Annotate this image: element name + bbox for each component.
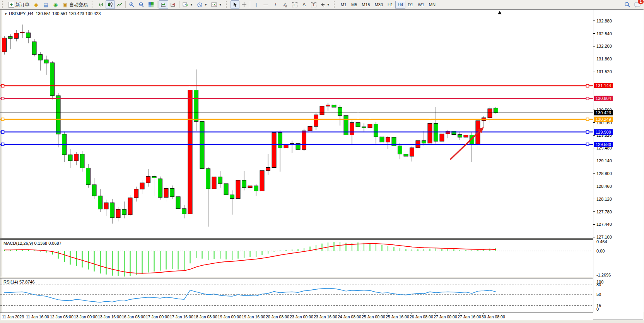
panel-splitter[interactable]	[0, 238, 593, 240]
tile-windows-button[interactable]	[146, 0, 156, 9]
macd-signal-line	[4, 244, 496, 273]
new-order-button[interactable]: + 新订单	[7, 0, 31, 9]
periods-button[interactable]: ▼	[195, 0, 209, 9]
crosshair-tool-button[interactable]	[239, 0, 249, 9]
candle-body	[272, 133, 276, 168]
line-handle[interactable]	[2, 97, 4, 100]
macd-panel-canvas[interactable]	[0, 240, 593, 277]
fibonacci-icon: F	[292, 2, 297, 7]
time-axis-label: 13 Jan 00:00	[74, 314, 97, 319]
line-handle[interactable]	[2, 143, 4, 146]
chart-title-row[interactable]: ▼USDJPY-,H4 130.551 130.551 130.423 130.…	[4, 11, 101, 16]
market-watch-icon: ▤	[43, 2, 49, 8]
candle-body	[308, 126, 312, 131]
candle-body	[242, 180, 246, 187]
toolbar-drag-handle[interactable]	[92, 1, 95, 8]
data-window-icon: ◉	[53, 2, 58, 8]
candle-body	[218, 177, 222, 184]
candle-body	[104, 203, 108, 209]
price-tick-label: 128.460	[596, 184, 612, 189]
horizontal-line-tool-button[interactable]: —	[261, 0, 271, 9]
zoom-in-button[interactable]	[127, 0, 137, 9]
candle-body	[152, 177, 156, 178]
label-tool-button[interactable]: T	[309, 0, 318, 9]
notifications-button[interactable]: 1	[634, 2, 641, 7]
candle-body	[278, 133, 282, 148]
tab-timeframe-h4[interactable]: H4	[395, 1, 405, 9]
candle-body	[134, 189, 138, 198]
time-axis-label: 13 Jan 16:00	[98, 314, 121, 319]
tab-timeframe-w1[interactable]: W1	[415, 1, 427, 9]
time-axis-label: 11 Jan 2023	[2, 314, 24, 319]
panel-splitter[interactable]	[0, 277, 593, 278]
new-order-icon: +	[9, 2, 14, 8]
auto-scroll-button[interactable]	[159, 0, 168, 9]
candle-body	[236, 180, 240, 198]
tab-timeframe-m30[interactable]: M30	[372, 1, 385, 9]
tab-timeframe-m15[interactable]: M15	[359, 1, 372, 9]
candlestick-chart-button[interactable]	[106, 0, 115, 9]
autotrading-button[interactable]: ▣ 自动交易	[60, 0, 90, 9]
time-axis-tick	[460, 313, 460, 314]
tab-timeframe-h1[interactable]: H1	[385, 1, 395, 9]
templates-button[interactable]: ▼	[209, 0, 224, 9]
line-handle[interactable]	[2, 118, 4, 120]
search-button[interactable]	[624, 2, 630, 8]
data-window-button[interactable]: ◉	[51, 0, 60, 9]
line-handle[interactable]	[586, 131, 589, 133]
line-handle[interactable]	[586, 143, 589, 146]
candle-body	[68, 155, 72, 161]
fibonacci-tool-button[interactable]: F	[290, 0, 299, 9]
candlestick-chart-icon	[108, 2, 113, 7]
time-axis-tick	[412, 313, 412, 314]
line-handle[interactable]	[2, 84, 4, 87]
vertical-line-tool-button[interactable]: |	[251, 0, 261, 9]
price-axis[interactable]: 132.880132.540132.200131.860131.520130.5…	[593, 10, 644, 312]
status-strip	[0, 320, 644, 323]
vertical-line-icon: |	[253, 2, 259, 8]
time-axis-label: 20 Jan 08:00	[266, 314, 289, 319]
tab-timeframe-mn[interactable]: MN	[427, 1, 438, 9]
chart-dropdown-icon[interactable]: ▼	[4, 12, 7, 16]
bar-chart-icon	[98, 2, 104, 7]
channel-tool-button[interactable]: ⫽E	[280, 0, 290, 9]
profiles-button[interactable]: ◆	[31, 0, 41, 9]
trendline-tool-button[interactable]: /	[271, 0, 280, 9]
candle-body	[374, 124, 378, 137]
candle-body	[26, 33, 31, 38]
time-axis-label: 23 Jan 00:00	[290, 314, 313, 319]
line-handle[interactable]	[586, 118, 589, 120]
line-handle[interactable]	[586, 97, 589, 100]
time-axis-tick	[148, 313, 148, 314]
candle-body	[386, 137, 390, 142]
cursor-tool-button[interactable]	[231, 0, 239, 9]
tab-timeframe-d1[interactable]: D1	[405, 1, 415, 9]
equidistant-channel-icon: ⫽E	[282, 2, 288, 8]
arrows-tool-button[interactable]: ▼	[318, 0, 332, 9]
line-handle[interactable]	[586, 84, 589, 87]
crosshair-icon	[241, 2, 247, 7]
candle-body	[200, 122, 204, 169]
price-chart-canvas[interactable]	[0, 10, 593, 238]
line-chart-button[interactable]	[115, 0, 124, 9]
toolbar-drag-handle[interactable]	[226, 1, 229, 8]
time-axis-tick	[244, 313, 244, 314]
toolbar-drag-handle[interactable]	[334, 1, 337, 8]
price-badge: 131.144	[594, 83, 613, 88]
indicators-button[interactable]: ▼	[181, 0, 195, 9]
chart-shift-button[interactable]	[168, 0, 178, 9]
time-axis[interactable]: 11 Jan 202311 Jan 16:0012 Jan 08:0013 Ja…	[0, 313, 593, 320]
line-handle[interactable]	[2, 131, 4, 133]
zoom-out-button[interactable]	[137, 0, 146, 9]
rsi-panel-canvas[interactable]	[0, 278, 593, 313]
notification-count-badge: 1	[638, 0, 644, 4]
toolbar-drag-handle[interactable]	[2, 1, 5, 8]
candle-body	[86, 168, 91, 184]
tab-timeframe-m5[interactable]: M5	[349, 1, 359, 9]
chart-shift-marker[interactable]	[498, 11, 502, 14]
text-tool-button[interactable]: A	[299, 0, 309, 9]
candle-body	[14, 33, 19, 39]
bar-chart-button[interactable]	[96, 0, 106, 9]
market-watch-button[interactable]: ▤	[41, 0, 51, 9]
tab-timeframe-m1[interactable]: M1	[338, 1, 349, 9]
